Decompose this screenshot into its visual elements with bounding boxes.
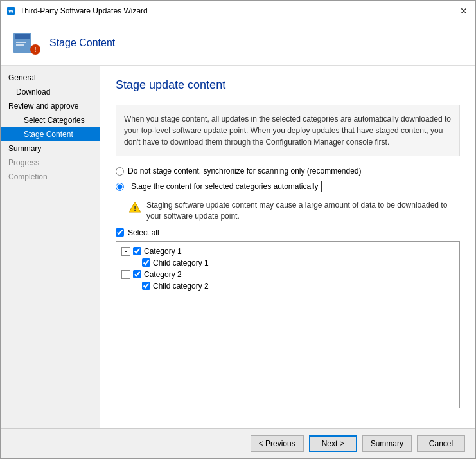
- radio-option-2[interactable]: Stage the content for selected categorie…: [116, 181, 460, 192]
- select-all-text: Select all: [128, 228, 159, 237]
- sidebar-item-download[interactable]: Download: [1, 85, 100, 99]
- radio-option-1[interactable]: Do not stage content, synchronize for sc…: [116, 166, 460, 176]
- checkbox-child2[interactable]: [142, 282, 150, 290]
- svg-rect-5: [16, 44, 24, 46]
- radio-label-2: Stage the content for selected categorie…: [128, 181, 322, 192]
- tree-node-child1[interactable]: Child category 1: [142, 258, 454, 267]
- sidebar-item-review-and-approve[interactable]: Review and approve: [1, 99, 100, 113]
- sidebar-item-progress: Progress: [1, 156, 100, 170]
- title-bar: W Third-Party Software Updates Wizard ✕: [1, 1, 475, 21]
- radio-input-2[interactable]: [116, 183, 124, 191]
- svg-text:W: W: [8, 8, 13, 14]
- tree-container: - Category 1 Child category 1 - Category…: [116, 241, 460, 408]
- title-bar-text: Third-Party Software Updates Wizard: [20, 6, 457, 15]
- header-title: Stage Content: [49, 37, 115, 49]
- cancel-button[interactable]: Cancel: [417, 435, 465, 452]
- sidebar: General Download Review and approve Sele…: [1, 66, 100, 428]
- svg-rect-3: [15, 34, 30, 39]
- radio-input-1[interactable]: [116, 167, 124, 176]
- radio-group: Do not stage content, synchronize for sc…: [116, 166, 460, 192]
- content-area: General Download Review and approve Sele…: [1, 66, 475, 428]
- select-all-label[interactable]: Select all: [116, 228, 460, 237]
- expand-cat1[interactable]: -: [121, 247, 130, 256]
- tree-label-child2: Child category 2: [153, 282, 209, 291]
- warning-box: ! Staging software update content may ca…: [128, 200, 460, 222]
- warning-text: Staging software update content may caus…: [146, 200, 460, 222]
- tree-label-child1: Child category 1: [153, 258, 209, 267]
- tree-node-child2[interactable]: Child category 2: [142, 282, 454, 291]
- sidebar-item-summary[interactable]: Summary: [1, 141, 100, 156]
- sidebar-item-select-categories[interactable]: Select Categories: [1, 113, 100, 127]
- close-button[interactable]: ✕: [457, 4, 470, 17]
- tree-label-cat2: Category 2: [144, 270, 182, 279]
- checkbox-child1[interactable]: [142, 258, 150, 267]
- radio-label-1: Do not stage content, synchronize for sc…: [128, 166, 362, 176]
- window-icon: W: [6, 6, 16, 16]
- sidebar-item-completion: Completion: [1, 170, 100, 184]
- sidebar-item-general[interactable]: General: [1, 71, 100, 85]
- page-title: Stage update content: [116, 78, 460, 92]
- footer-area: < Previous Next > Summary Cancel: [1, 428, 475, 458]
- wizard-icon: !: [11, 28, 42, 59]
- description-text: When you stage content, all updates in t…: [124, 114, 451, 147]
- tree-node-cat2[interactable]: - Category 2: [121, 270, 454, 279]
- previous-button[interactable]: < Previous: [251, 435, 304, 452]
- expand-cat2[interactable]: -: [121, 270, 130, 279]
- svg-rect-4: [16, 42, 26, 43]
- main-content-area: Stage update content When you stage cont…: [100, 66, 475, 428]
- svg-text:!: !: [134, 204, 136, 212]
- select-all-checkbox[interactable]: [116, 228, 124, 237]
- summary-button[interactable]: Summary: [362, 435, 412, 452]
- checkbox-cat2[interactable]: [133, 270, 141, 278]
- main-window: W Third-Party Software Updates Wizard ✕ …: [0, 0, 476, 459]
- tree-label-cat1: Category 1: [144, 247, 182, 256]
- description-box: When you stage content, all updates in t…: [116, 105, 460, 156]
- sidebar-item-stage-content[interactable]: Stage Content: [1, 127, 100, 141]
- checkbox-cat1[interactable]: [133, 247, 141, 255]
- next-button[interactable]: Next >: [309, 435, 357, 452]
- tree-node-cat1[interactable]: - Category 1: [121, 247, 454, 256]
- svg-text:!: !: [34, 46, 36, 53]
- header-area: ! Stage Content: [1, 21, 475, 66]
- warning-icon: !: [128, 201, 141, 213]
